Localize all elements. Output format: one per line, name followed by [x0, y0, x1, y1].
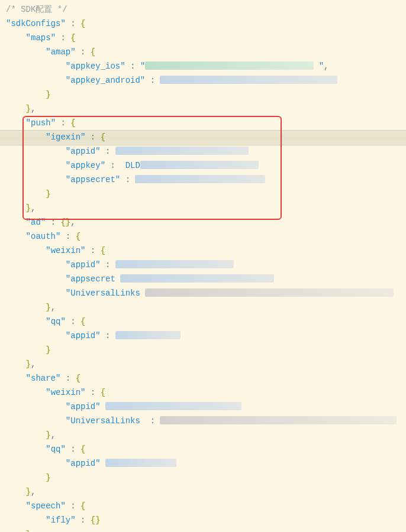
comment-text: /* SDK配置 */ — [6, 5, 67, 14]
code-line: }, — [6, 485, 406, 499]
code-line: "push" : { — [6, 116, 406, 130]
code-line: } — [6, 187, 406, 201]
key-appsecret: appsecret — [70, 274, 115, 284]
key-sdkConfigs: sdkConfigs — [11, 19, 60, 28]
code-line: "speech" : { — [6, 499, 406, 513]
code-line: "UniversalLinks — [6, 286, 406, 300]
code-line: "appsecret — [6, 272, 406, 286]
key-igexin: igexin — [51, 132, 80, 142]
code-line: "oauth" : { — [6, 229, 406, 244]
key-oauth: oauth — [31, 232, 56, 241]
code-line: }, — [6, 300, 406, 314]
key-qq: qq — [51, 317, 61, 326]
redacted-value — [160, 416, 397, 424]
code-line: "igexin" : { — [6, 130, 406, 144]
code-line: } — [6, 87, 406, 102]
key-universal-links: UniversalLinks — [70, 288, 140, 298]
key-appkey-android: appkey_android — [70, 76, 140, 85]
code-line: } — [6, 471, 406, 485]
code-line: "weixin" : { — [6, 385, 406, 400]
redacted-value — [105, 459, 176, 467]
key-appkey-ios: appkey_ios — [70, 61, 120, 71]
code-block: /* SDK配置 */ "sdkConfigs" : { "maps" : { … — [0, 0, 406, 532]
key-share: share — [31, 374, 56, 383]
code-line: "qq" : { — [6, 314, 406, 329]
code-line: "appid" : — [6, 144, 406, 158]
code-line: "appid" — [6, 456, 406, 471]
redacted-value — [115, 147, 249, 155]
key-push: push — [31, 118, 51, 128]
code-line: "appkey" : DLD — [6, 158, 406, 173]
code-line: "amap" : { — [6, 45, 406, 59]
redacted-value — [105, 402, 241, 410]
redacted-value — [115, 331, 181, 339]
code-line: "qq" : { — [6, 442, 406, 456]
code-line: "sdkConfigs" : { — [6, 17, 406, 31]
code-line: "appkey_android" : — [6, 73, 406, 87]
key-appid: appid — [70, 147, 95, 156]
redacted-value — [160, 76, 337, 84]
key-weixin: weixin — [51, 246, 80, 255]
redacted-value — [120, 274, 274, 283]
code-line: "UniversalLinks : — [6, 414, 406, 428]
code-line: "maps" : { — [6, 31, 406, 45]
key-ifly: ifly — [51, 515, 71, 525]
code-line: }, — [6, 428, 406, 442]
code-line: }, — [6, 102, 406, 116]
key-ad: ad — [31, 218, 41, 227]
code-line: } — [6, 527, 406, 532]
key-appsecret: appsecret — [70, 175, 115, 184]
key-universal-links: UniversalLinks — [70, 416, 140, 426]
key-speech: speech — [31, 501, 60, 511]
code-line: "appid" : — [6, 329, 406, 343]
code-line: }, — [6, 357, 406, 371]
partial-value: DLD — [125, 161, 140, 170]
code-line: "appsecret" : — [6, 173, 406, 187]
key-appid: appid — [70, 331, 95, 340]
code-line: "appid" — [6, 400, 406, 414]
key-appid: appid — [70, 402, 95, 411]
code-line: "ad" : {}, — [6, 215, 406, 229]
key-amap: amap — [51, 47, 71, 57]
redacted-value — [145, 288, 394, 297]
redacted-value — [140, 161, 259, 169]
key-appid: appid — [70, 459, 95, 468]
code-line: "appkey_ios" : " ", — [6, 59, 406, 73]
key-qq: qq — [51, 445, 61, 454]
redacted-value — [145, 61, 314, 70]
code-line: } — [6, 343, 406, 357]
code-line: "weixin" : { — [6, 244, 406, 258]
key-appid: appid — [70, 260, 95, 270]
key-weixin: weixin — [51, 388, 80, 397]
redacted-value — [115, 260, 234, 268]
code-line: "appid" : — [6, 258, 406, 272]
code-line: }, — [6, 201, 406, 215]
code-line: /* SDK配置 */ — [6, 2, 406, 17]
redacted-value — [135, 175, 265, 183]
key-appkey: appkey — [70, 161, 100, 170]
key-maps: maps — [31, 33, 51, 43]
code-line: "share" : { — [6, 371, 406, 385]
code-line: "ifly" : {} — [6, 513, 406, 527]
